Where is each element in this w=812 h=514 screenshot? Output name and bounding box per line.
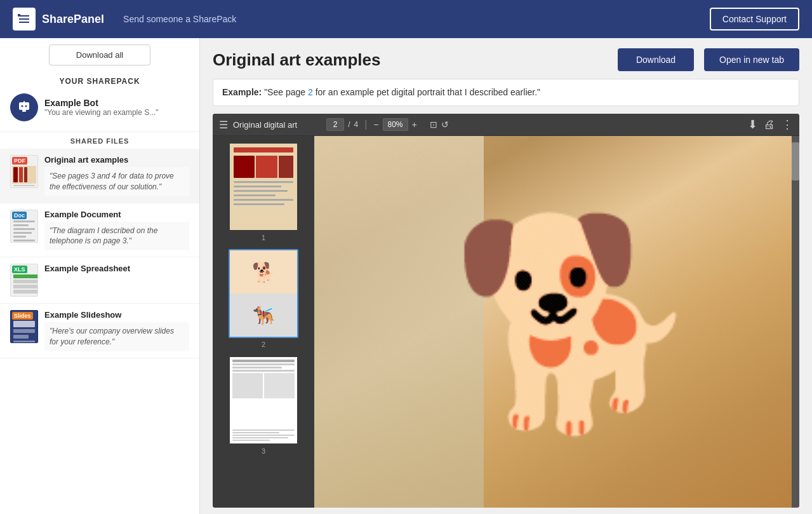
content-header: Original art examples Download Open in n… [200, 38, 812, 79]
pdf-menu-icon[interactable]: ☰ [219, 119, 228, 131]
sidebar: Download all YOUR SHAREPACK Example Bot … [0, 38, 200, 514]
example-text-after: for an example pet digital portrait that… [316, 87, 540, 97]
pdf-thumb-num-3: 3 [262, 447, 265, 455]
pdf-thumbnails-panel: 1 🐕 🐕‍🦺 [213, 136, 314, 508]
pdf-right-icons: ⬇ 🖨 ⋮ [748, 118, 793, 132]
pdf-total-pages: 4 [354, 120, 359, 129]
pdf-thumbnail-1[interactable]: 1 [229, 142, 298, 241]
pdf-download-icon[interactable]: ⬇ [748, 118, 757, 132]
pdf-thumb-img-1 [229, 142, 298, 231]
file-details-pdf: Original art examples "See pages 3 and 4… [44, 155, 189, 196]
pdf-page-controls: / 4 | − + ⊡ ↺ [326, 118, 449, 131]
thumb-dog-large-icon: 🐕‍🦺 [253, 305, 275, 326]
pdf-fit-button[interactable]: ⊡ [430, 119, 437, 130]
download-all-button[interactable]: Download all [49, 44, 150, 65]
file-quote-pdf: "See pages 3 and 4 for data to prove the… [44, 167, 189, 196]
pdf-page-separator: / [348, 120, 350, 129]
example-page-link[interactable]: 2 [308, 87, 313, 97]
logo-icon [13, 8, 36, 30]
pdf-thumbnail-3[interactable]: 3 [229, 356, 298, 455]
pdf-artwork-display: 🐕 [314, 136, 799, 508]
content-area: Original art examples Download Open in n… [200, 38, 812, 514]
pdf-toolbar: ☰ Original digital art / 4 | − + ⊡ ↺ ⬇ [213, 114, 799, 136]
file-thumb-slides: Slides [10, 310, 38, 343]
bot-info: Example Bot "You are viewing an example … [44, 98, 159, 117]
pdf-scrollbar-thumb[interactable] [792, 142, 799, 180]
pdf-thumb-img-3 [229, 356, 298, 445]
file-thumb-pdf: PDF [10, 155, 38, 188]
file-item-slides[interactable]: Slides Example Slideshow "Here's our com… [0, 304, 199, 358]
logo-area: SharePanel [13, 8, 104, 30]
bot-name: Example Bot [44, 98, 159, 108]
example-label: Example: [222, 87, 262, 97]
slides-badge: Slides [12, 312, 33, 320]
file-quote-doc: "The diagram I described on the telephon… [44, 222, 189, 251]
pdf-thumb-img-2: 🐕 🐕‍🦺 [229, 249, 298, 338]
file-thumb-doc: Doc [10, 210, 38, 243]
pdf-main-view: 🐕 [314, 136, 799, 508]
svg-rect-5 [23, 101, 25, 103]
app-header: SharePanel Send someone a SharePack Cont… [0, 0, 812, 38]
sidebar-collapse-toggle[interactable]: ◀ [199, 264, 200, 289]
pdf-zoom-input[interactable] [383, 118, 408, 131]
download-button[interactable]: Download [618, 48, 694, 71]
file-item-doc[interactable]: Doc Example Document "The diagram I desc… [0, 203, 199, 258]
pdf-zoom-in-button[interactable]: + [412, 119, 417, 130]
svg-point-2 [22, 105, 23, 107]
header-tagline: Send someone a SharePack [123, 14, 236, 24]
pdf-viewer: ☰ Original digital art / 4 | − + ⊡ ↺ ⬇ [213, 114, 799, 508]
file-name-doc: Example Document [44, 210, 189, 219]
xls-badge: XLS [12, 266, 27, 273]
file-item-xls[interactable]: XLS Example Spreadsheet [0, 257, 199, 304]
pdf-page-input[interactable] [326, 118, 344, 131]
bot-avatar [10, 93, 38, 121]
file-name-pdf: Original art examples [44, 155, 189, 165]
pdf-zoom-out-button[interactable]: − [373, 119, 378, 130]
svg-rect-1 [19, 102, 29, 110]
pdf-rotate-button[interactable]: ↺ [441, 119, 449, 130]
shared-files-title: SHARED FILES [0, 132, 199, 149]
bot-area: Example Bot "You are viewing an example … [0, 93, 199, 132]
pdf-body: 1 🐕 🐕‍🦺 [213, 136, 799, 508]
pdf-thumb-num-1: 1 [262, 234, 265, 241]
contact-support-button[interactable]: Contact Support [710, 8, 799, 30]
pdf-document-title: Original digital art [233, 120, 297, 130]
logo-text: SharePanel [42, 13, 104, 26]
file-details-xls: Example Spreadsheet [44, 264, 189, 276]
svg-rect-0 [18, 14, 20, 17]
file-name-xls: Example Spreadsheet [44, 264, 189, 273]
file-details-slides: Example Slideshow "Here's our company ov… [44, 310, 189, 351]
pdf-badge: PDF [12, 157, 27, 165]
svg-rect-4 [22, 110, 26, 112]
file-quote-slides: "Here's our company overview slides for … [44, 322, 189, 351]
thumb-dog-small-icon: 🐕 [252, 261, 276, 283]
open-new-tab-button[interactable]: Open in new tab [704, 48, 799, 71]
bot-description: "You are viewing an example S..." [44, 108, 159, 117]
pdf-scrollbar[interactable] [792, 136, 799, 508]
pdf-more-icon[interactable]: ⋮ [782, 118, 793, 132]
pdf-print-icon[interactable]: 🖨 [764, 118, 775, 132]
pdf-thumb-num-2: 2 [262, 341, 265, 348]
your-sharepack-label: YOUR SHAREPACK [0, 72, 199, 93]
file-name-slides: Example Slideshow [44, 310, 189, 320]
file-details-doc: Example Document "The diagram I describe… [44, 210, 189, 251]
example-box: Example: "See page 2 for an example pet … [213, 79, 799, 106]
doc-badge: Doc [12, 212, 27, 219]
page-title: Original art examples [213, 50, 608, 70]
example-text-before: "See page [264, 87, 308, 97]
pdf-thumbnail-2[interactable]: 🐕 🐕‍🦺 2 [229, 249, 298, 348]
file-thumb-xls: XLS [10, 264, 38, 297]
svg-point-3 [25, 105, 27, 107]
file-item-pdf[interactable]: PDF Original art examples "See [0, 149, 199, 203]
main-layout: Download all YOUR SHAREPACK Example Bot … [0, 38, 812, 514]
